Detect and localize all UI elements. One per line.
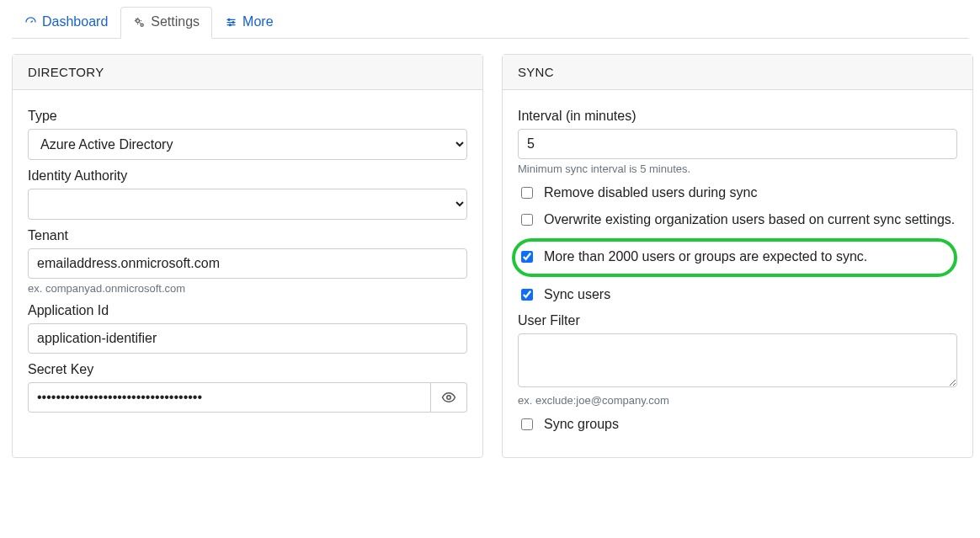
more-than-2000-label: More than 2000 users or groups are expec… bbox=[544, 248, 867, 266]
sync-card: SYNC Interval (in minutes) Minimum sync … bbox=[502, 54, 973, 458]
more-than-2000-row: More than 2000 users or groups are expec… bbox=[512, 238, 957, 277]
tab-more[interactable]: More bbox=[212, 7, 285, 39]
interval-label: Interval (in minutes) bbox=[518, 109, 957, 124]
gears-icon bbox=[133, 16, 146, 29]
toggle-visibility-button[interactable] bbox=[431, 382, 467, 413]
tab-settings[interactable]: Settings bbox=[120, 7, 212, 39]
remove-disabled-label: Remove disabled users during sync bbox=[544, 184, 757, 202]
interval-input[interactable] bbox=[518, 129, 957, 159]
overwrite-checkbox[interactable] bbox=[521, 214, 533, 226]
tab-more-label: More bbox=[242, 14, 273, 29]
svg-point-2 bbox=[228, 19, 230, 20]
sync-users-row: Sync users bbox=[518, 285, 957, 304]
svg-point-3 bbox=[232, 21, 234, 23]
sync-header: SYNC bbox=[503, 55, 972, 90]
user-filter-help: ex. exclude:joe@company.com bbox=[518, 394, 957, 407]
user-filter-label: User Filter bbox=[518, 313, 957, 328]
gauge-icon bbox=[24, 16, 37, 29]
overwrite-row: Overwrite existing organization users ba… bbox=[518, 210, 957, 229]
tab-dashboard-label: Dashboard bbox=[42, 14, 108, 29]
tab-dashboard[interactable]: Dashboard bbox=[12, 7, 120, 39]
more-than-2000-checkbox[interactable] bbox=[521, 251, 533, 263]
identity-authority-select[interactable] bbox=[28, 189, 467, 220]
directory-card: DIRECTORY Type Azure Active Directory Id… bbox=[12, 54, 483, 458]
type-label: Type bbox=[28, 109, 467, 124]
tab-bar: Dashboard Settings More bbox=[12, 7, 968, 39]
svg-point-1 bbox=[141, 24, 143, 26]
type-select[interactable]: Azure Active Directory bbox=[28, 129, 467, 160]
tenant-help: ex. companyad.onmicrosoft.com bbox=[28, 282, 467, 295]
svg-point-4 bbox=[229, 24, 231, 25]
tenant-label: Tenant bbox=[28, 228, 467, 243]
sync-groups-label: Sync groups bbox=[544, 415, 619, 434]
application-id-input[interactable] bbox=[28, 323, 467, 354]
remove-disabled-checkbox[interactable] bbox=[521, 187, 533, 199]
secret-key-label: Secret Key bbox=[28, 362, 467, 377]
directory-header: DIRECTORY bbox=[13, 55, 482, 90]
sync-groups-checkbox[interactable] bbox=[521, 418, 533, 430]
sync-users-checkbox[interactable] bbox=[521, 289, 533, 301]
eye-icon bbox=[441, 390, 456, 405]
user-filter-textarea[interactable] bbox=[518, 333, 957, 387]
tab-settings-label: Settings bbox=[151, 14, 200, 29]
application-id-label: Application Id bbox=[28, 303, 467, 318]
sync-groups-row: Sync groups bbox=[518, 415, 957, 434]
svg-point-0 bbox=[136, 19, 140, 22]
interval-help: Minimum sync interval is 5 minutes. bbox=[518, 162, 957, 175]
sliders-icon bbox=[225, 16, 237, 29]
tenant-input[interactable] bbox=[28, 248, 467, 279]
secret-key-input[interactable] bbox=[28, 382, 431, 413]
identity-authority-label: Identity Authority bbox=[28, 168, 467, 184]
svg-point-5 bbox=[447, 396, 451, 400]
remove-disabled-row: Remove disabled users during sync bbox=[518, 184, 957, 202]
overwrite-label: Overwrite existing organization users ba… bbox=[544, 210, 955, 229]
sync-users-label: Sync users bbox=[544, 285, 610, 304]
